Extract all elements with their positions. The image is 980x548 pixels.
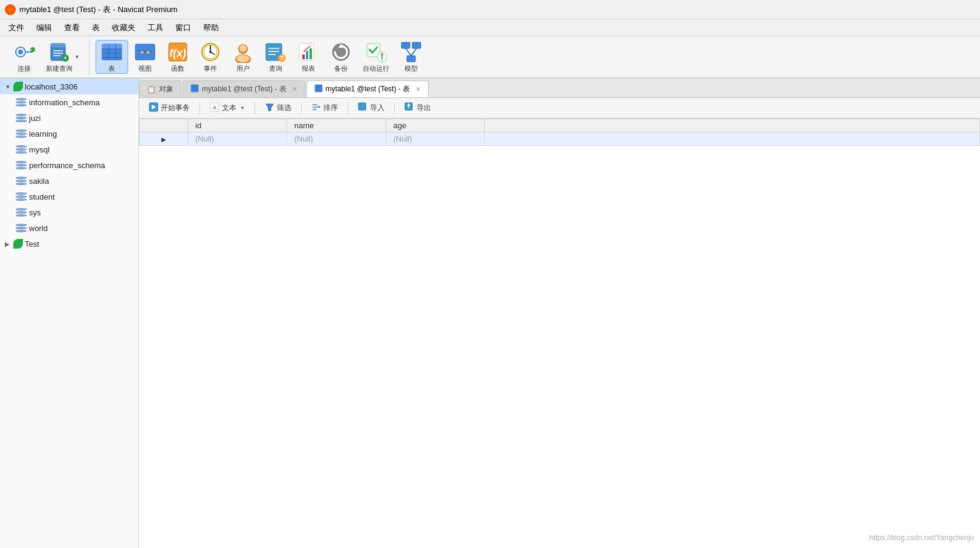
toolbar: + 连接 + 新建查询 [0, 36, 980, 79]
new-query-arrow[interactable]: ▼ [74, 54, 80, 60]
autorun-icon [365, 41, 387, 63]
svg-text:+: + [63, 55, 67, 61]
export-button[interactable]: 导出 [400, 100, 436, 116]
sidebar-item-db-information_schema[interactable]: information_schema [0, 94, 138, 110]
menu-item-文件[interactable]: 文件 [2, 21, 30, 35]
menu-item-收藏夹[interactable]: 收藏夹 [106, 21, 141, 35]
tab-object-icon: 📋 [147, 85, 156, 94]
sidebar-item-db-learning[interactable]: learning [0, 126, 138, 142]
export-icon [404, 102, 414, 114]
menu-bar: 文件编辑查看表收藏夹工具窗口帮助 [0, 19, 980, 36]
sidebar-item-test[interactable]: ▶ Test [0, 236, 138, 252]
tab-design-close[interactable]: ✕ [292, 85, 297, 93]
db-name-juzi: juzi [29, 114, 41, 123]
text-icon: A [210, 102, 219, 114]
menu-item-窗口[interactable]: 窗口 [169, 21, 197, 35]
db-stack-icon-mysql [16, 145, 27, 154]
sort-button[interactable]: 排序 [307, 100, 343, 116]
svg-marker-71 [318, 105, 320, 108]
sidebar-item-db-performance_schema[interactable]: performance_schema [0, 157, 138, 173]
text-dropdown-arrow[interactable]: ▼ [240, 105, 245, 111]
text-button[interactable]: A 文本 ▼ [205, 100, 250, 116]
cell-name[interactable]: (Null) [287, 132, 386, 146]
event-label: 事件 [204, 64, 217, 73]
report-button[interactable]: 报表 [293, 40, 324, 74]
import-icon [358, 102, 368, 114]
function-label: 函数 [171, 64, 184, 73]
view-label: 视图 [138, 64, 152, 73]
table-button[interactable]: 表 [96, 40, 128, 74]
data-grid: id name age ▶ (Null) (Null) (Null) [139, 119, 980, 548]
sidebar-item-db-student[interactable]: student [0, 189, 138, 204]
table-label: 表 [108, 64, 115, 73]
event-button[interactable]: 事件 [195, 40, 226, 74]
svg-rect-39 [302, 54, 305, 59]
view-button[interactable]: 👓 视图 [129, 40, 161, 74]
db-name-information_schema: information_schema [29, 98, 100, 107]
sidebar-item-db-world[interactable]: world [0, 220, 138, 236]
start-transaction-label: 开始事务 [161, 103, 190, 113]
db-stack-icon [16, 98, 27, 106]
sidebar-item-localhost[interactable]: ▼ localhost_3306 [0, 79, 138, 94]
localhost-arrow: ▼ [5, 83, 13, 90]
import-button[interactable]: 导入 [353, 100, 389, 116]
tab-table-design[interactable]: mytable1 @test (Test) - 表 ✕ [183, 80, 305, 97]
sidebar-item-db-mysql[interactable]: mysql [0, 142, 138, 157]
svg-line-51 [406, 48, 411, 56]
tab-table-data[interactable]: mytable1 @test (Test) - 表 ✕ [307, 80, 429, 97]
user-label: 用户 [236, 64, 250, 73]
sidebar-item-db-sakila[interactable]: sakila [0, 173, 138, 189]
function-icon: f(x) [167, 41, 189, 63]
svg-text:👓: 👓 [138, 46, 152, 59]
cell-age[interactable]: (Null) [386, 132, 485, 146]
menu-item-表[interactable]: 表 [86, 21, 106, 35]
new-query-button[interactable]: + 新建查询 ▼ [41, 40, 85, 74]
menu-item-工具[interactable]: 工具 [141, 21, 169, 35]
content-area: 📋 对象 mytable1 @test (Test) - 表 ✕ [139, 79, 980, 548]
th-empty [485, 119, 980, 132]
svg-rect-58 [315, 85, 322, 92]
sidebar-item-db-juzi[interactable]: juzi [0, 110, 138, 126]
user-button[interactable]: 用户 [227, 40, 259, 74]
title-bar: mytable1 @test (Test) - 表 - Navicat Prem… [0, 0, 980, 19]
test-leaf-icon [13, 239, 23, 249]
filter-label: 筛选 [277, 103, 291, 113]
db-name-sys: sys [29, 208, 41, 217]
svg-text:?: ? [280, 54, 284, 62]
table-row[interactable]: ▶ (Null) (Null) (Null) [140, 132, 980, 146]
filter-icon [265, 102, 274, 114]
query-button[interactable]: ? 查询 [260, 40, 291, 74]
cell-id[interactable]: (Null) [188, 132, 287, 146]
svg-text:+: + [30, 47, 33, 51]
tab-object[interactable]: 📋 对象 [139, 80, 181, 97]
main-area: ▼ localhost_3306 information_schema juzi… [0, 79, 980, 548]
svg-rect-48 [401, 42, 410, 48]
tab-design-label: mytable1 @test (Test) - 表 [202, 84, 287, 94]
tab-data-close[interactable]: ✕ [415, 85, 421, 93]
svg-rect-50 [407, 56, 415, 62]
menu-item-帮助[interactable]: 帮助 [197, 21, 225, 35]
sep1 [200, 102, 200, 114]
model-button[interactable]: 模型 [395, 40, 427, 74]
tab-bar: 📋 对象 mytable1 @test (Test) - 表 ✕ [139, 79, 980, 98]
menu-item-查看[interactable]: 查看 [58, 21, 86, 35]
import-label: 导入 [370, 103, 385, 113]
db-stack-icon-learning [16, 129, 27, 138]
function-button[interactable]: f(x) 函数 [162, 40, 193, 74]
autorun-button[interactable]: 自动运行 [358, 40, 394, 74]
menu-item-编辑[interactable]: 编辑 [30, 21, 58, 35]
filter-button[interactable]: 筛选 [260, 100, 296, 116]
tab-data-icon [314, 84, 323, 94]
db-stack-icon-world [16, 224, 27, 232]
svg-rect-40 [306, 51, 308, 59]
start-transaction-button[interactable]: 开始事务 [144, 100, 195, 116]
query-label: 查询 [269, 64, 282, 73]
svg-marker-67 [266, 104, 273, 111]
backup-button[interactable]: 备份 [325, 40, 357, 74]
db-stack-icon-performance [16, 161, 27, 169]
sep5 [394, 102, 395, 114]
th-age: age [386, 119, 485, 132]
sidebar-item-db-sys[interactable]: sys [0, 204, 138, 220]
toolbar-group-main: 表 👓 视图 f(x) 函数 [92, 39, 430, 75]
connect-button[interactable]: + 连接 [8, 40, 40, 74]
